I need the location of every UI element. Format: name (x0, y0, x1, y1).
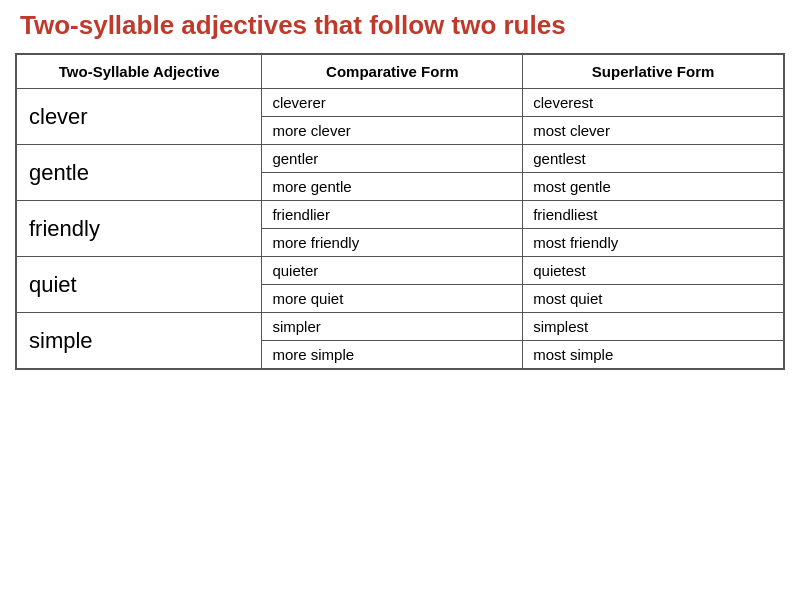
comparative-form-1: friendlier (262, 201, 523, 229)
comparative-form-2: more friendly (262, 229, 523, 257)
table-row: clevercleverercleverest (17, 89, 784, 117)
adjective-cell: gentle (17, 145, 262, 201)
superlative-form-2: most quiet (523, 285, 784, 313)
col-header-superlative: Superlative Form (523, 55, 784, 89)
table-row: quietquieterquietest (17, 257, 784, 285)
col-header-adjective: Two-Syllable Adjective (17, 55, 262, 89)
superlative-form-1: simplest (523, 313, 784, 341)
comparative-form-1: quieter (262, 257, 523, 285)
comparative-form-2: more quiet (262, 285, 523, 313)
comparative-form-1: gentler (262, 145, 523, 173)
table-wrapper: Two-Syllable Adjective Comparative Form … (15, 53, 785, 370)
adjective-cell: simple (17, 313, 262, 369)
page-title: Two-syllable adjectives that follow two … (15, 10, 785, 41)
table-row: gentlegentlergentlest (17, 145, 784, 173)
superlative-form-2: most simple (523, 341, 784, 369)
adjectives-table: Two-Syllable Adjective Comparative Form … (16, 54, 784, 369)
comparative-form-1: simpler (262, 313, 523, 341)
superlative-form-1: cleverest (523, 89, 784, 117)
adjective-cell: friendly (17, 201, 262, 257)
superlative-form-2: most clever (523, 117, 784, 145)
superlative-form-1: quietest (523, 257, 784, 285)
adjective-cell: quiet (17, 257, 262, 313)
superlative-form-2: most gentle (523, 173, 784, 201)
table-header-row: Two-Syllable Adjective Comparative Form … (17, 55, 784, 89)
page-container: Two-syllable adjectives that follow two … (0, 0, 800, 600)
superlative-form-1: friendliest (523, 201, 784, 229)
comparative-form-2: more gentle (262, 173, 523, 201)
comparative-form-2: more clever (262, 117, 523, 145)
comparative-form-2: more simple (262, 341, 523, 369)
col-header-comparative: Comparative Form (262, 55, 523, 89)
superlative-form-1: gentlest (523, 145, 784, 173)
comparative-form-1: cleverer (262, 89, 523, 117)
adjective-cell: clever (17, 89, 262, 145)
superlative-form-2: most friendly (523, 229, 784, 257)
table-row: simplesimplersimplest (17, 313, 784, 341)
table-row: friendlyfriendlierfriendliest (17, 201, 784, 229)
